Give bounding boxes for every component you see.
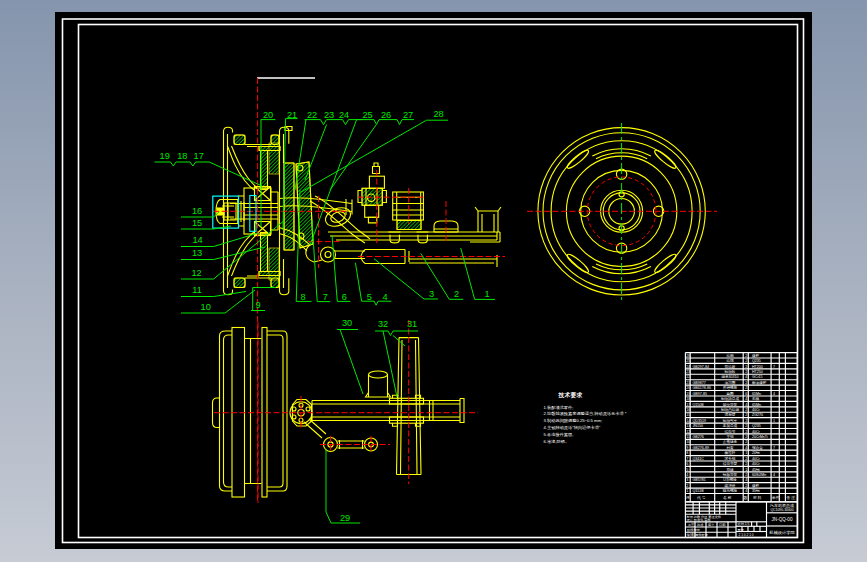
svg-text:2: 2 xyxy=(745,484,747,488)
svg-text:QC1090-30000: QC1090-30000 xyxy=(770,508,793,512)
svg-text:借(通)用件登记: 借(通)用件登记 xyxy=(687,532,709,537)
svg-text:2: 2 xyxy=(745,354,747,358)
svg-text:14: 14 xyxy=(686,419,690,423)
svg-text:骑马螺栓: 骑马螺栓 xyxy=(723,488,738,493)
svg-text:重量: 重量 xyxy=(738,528,745,532)
svg-text:24: 24 xyxy=(339,110,349,120)
svg-text:1: 1 xyxy=(484,289,489,299)
svg-text:8: 8 xyxy=(686,451,688,455)
svg-text:垫圈: 垫圈 xyxy=(725,392,734,396)
svg-text:GB97-85: GB97-85 xyxy=(693,392,707,396)
svg-text:2: 2 xyxy=(745,386,747,390)
svg-text:40Cr: 40Cr xyxy=(752,457,761,461)
svg-text:10: 10 xyxy=(686,440,690,444)
svg-text:1: 1 xyxy=(686,489,688,493)
svg-text:25: 25 xyxy=(686,359,690,363)
svg-text:橡胶: 橡胶 xyxy=(752,353,760,358)
svg-text:4: 4 xyxy=(773,392,775,396)
svg-text:支架总成: 支架总成 xyxy=(723,424,738,428)
svg-text:19: 19 xyxy=(686,392,690,396)
svg-text:制动蹄总成: 制动蹄总成 xyxy=(721,396,739,401)
svg-text:阶段标记: 阶段标记 xyxy=(687,528,701,532)
svg-text:6: 6 xyxy=(745,392,747,396)
svg-text:9: 9 xyxy=(686,446,688,450)
svg-text:20钢: 20钢 xyxy=(752,450,760,455)
svg-text:31: 31 xyxy=(407,319,417,329)
svg-text:15: 15 xyxy=(686,413,690,417)
svg-text:制动凸轮轴: 制动凸轮轴 xyxy=(721,408,739,412)
svg-text:11: 11 xyxy=(192,285,202,295)
svg-text:3: 3 xyxy=(686,478,688,482)
svg-text:Q341C: Q341C xyxy=(693,457,705,461)
svg-text:制动鼓: 制动鼓 xyxy=(725,370,736,374)
svg-text:批准: 批准 xyxy=(697,523,704,527)
svg-text:GB6178-86: GB6178-86 xyxy=(693,386,711,390)
svg-text:2: 2 xyxy=(745,359,747,363)
svg-text:4: 4 xyxy=(745,478,747,482)
svg-text:GB297-84: GB297-84 xyxy=(693,365,709,369)
svg-text:19: 19 xyxy=(160,151,170,161)
svg-text:5: 5 xyxy=(686,468,688,472)
svg-text:11: 11 xyxy=(686,435,690,439)
svg-text:4: 4 xyxy=(745,446,747,450)
svg-text:8: 8 xyxy=(300,292,305,302)
svg-text:17: 17 xyxy=(194,151,204,161)
svg-text:调整臂: 调整臂 xyxy=(725,412,736,417)
svg-text:2 1 0 2 1 0: 2 1 0 2 1 0 xyxy=(739,533,754,537)
svg-text:Q151B: Q151B xyxy=(693,489,705,493)
svg-text:日期: 日期 xyxy=(719,523,725,527)
svg-text:32: 32 xyxy=(378,319,388,329)
svg-text:26: 26 xyxy=(686,354,690,358)
svg-text:主销: 主销 xyxy=(726,434,734,439)
svg-text:65Mn: 65Mn xyxy=(752,392,761,396)
svg-text:4: 4 xyxy=(745,403,747,407)
svg-text:转向节臂: 转向节臂 xyxy=(723,461,738,466)
svg-text:16: 16 xyxy=(686,408,690,412)
svg-text:9: 9 xyxy=(255,300,260,310)
svg-text:代 号: 代 号 xyxy=(697,496,706,500)
svg-text:35钢: 35钢 xyxy=(752,488,760,493)
svg-text:1: 1 xyxy=(773,419,775,423)
svg-text:材 料: 材 料 xyxy=(753,495,762,500)
svg-text:13: 13 xyxy=(686,424,690,428)
svg-text:横拉杆: 横拉杆 xyxy=(725,451,736,455)
svg-text:球头销: 球头销 xyxy=(725,456,736,461)
svg-text:2: 2 xyxy=(686,484,688,488)
svg-text:4.主销转动灵活"转向轻便卡滞": 4.主销转动灵活"转向轻便卡滞" xyxy=(544,425,601,430)
svg-text:GB276: GB276 xyxy=(693,435,704,439)
svg-text:7: 7 xyxy=(773,446,775,450)
svg-text:2: 2 xyxy=(745,381,747,385)
svg-text:13: 13 xyxy=(192,248,202,258)
svg-text:石棉: 石棉 xyxy=(752,397,760,401)
svg-text:2: 2 xyxy=(745,457,747,461)
svg-text:22: 22 xyxy=(686,375,690,379)
svg-text:HT250: HT250 xyxy=(752,370,763,374)
svg-text:23: 23 xyxy=(686,370,690,374)
svg-text:45钢: 45钢 xyxy=(752,467,760,472)
svg-text:18: 18 xyxy=(177,151,187,161)
svg-text:机械设计学院: 机械设计学院 xyxy=(768,530,795,535)
svg-text:4: 4 xyxy=(773,473,775,477)
svg-text:20CrMnTi: 20CrMnTi xyxy=(752,435,768,439)
svg-text:20: 20 xyxy=(263,110,273,120)
svg-text:6: 6 xyxy=(686,462,688,466)
svg-text:转向节: 转向节 xyxy=(725,430,736,434)
svg-text:钢板弹簧: 钢板弹簧 xyxy=(722,472,738,477)
svg-text:备 注: 备 注 xyxy=(787,495,796,500)
svg-text:65Mn: 65Mn xyxy=(752,403,761,407)
svg-text:29: 29 xyxy=(340,513,350,523)
svg-text:26: 26 xyxy=(381,110,391,120)
svg-text:开槽螺母: 开槽螺母 xyxy=(723,385,738,390)
svg-text:7: 7 xyxy=(686,457,688,461)
svg-text:40Cr: 40Cr xyxy=(752,430,761,434)
svg-text:2: 2 xyxy=(454,289,459,299)
svg-text:2: 2 xyxy=(745,413,747,417)
svg-text:12: 12 xyxy=(686,430,690,434)
svg-text:制动气室: 制动气室 xyxy=(723,418,738,423)
svg-text:7: 7 xyxy=(323,292,328,302)
svg-text:21: 21 xyxy=(686,381,690,385)
svg-text:5.各连接件紧固,: 5.各连接件紧固, xyxy=(544,432,574,437)
svg-text:4: 4 xyxy=(686,473,688,477)
svg-text:4: 4 xyxy=(745,375,747,379)
svg-text:1: 1 xyxy=(745,451,747,455)
